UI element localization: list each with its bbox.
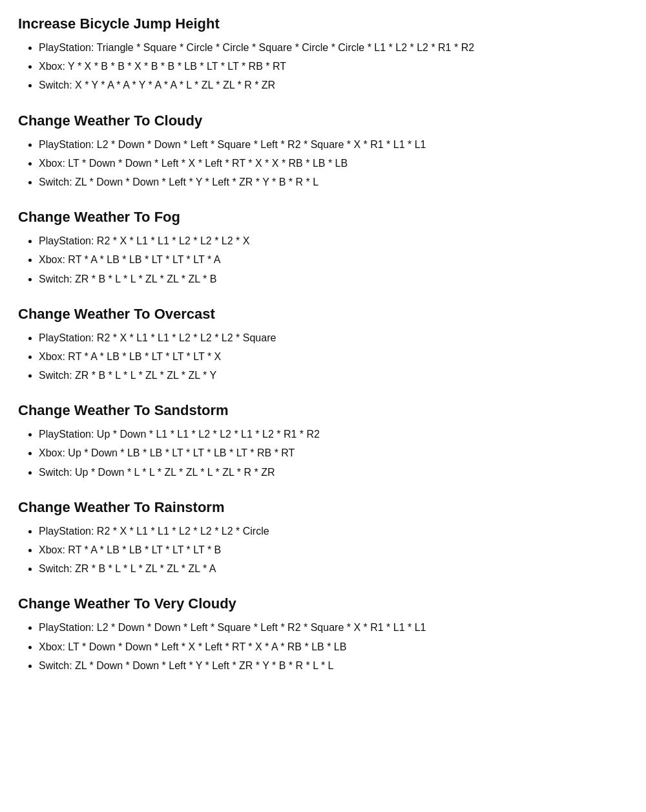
list-item: Switch: X * Y * A * A * Y * A * A * L * …	[39, 76, 628, 94]
list-item: Switch: ZR * B * L * L * ZL * ZL * ZL * …	[39, 270, 628, 288]
section-list: PlayStation: R2 * X * L1 * L1 * L2 * L2 …	[18, 522, 628, 578]
list-item: PlayStation: R2 * X * L1 * L1 * L2 * L2 …	[39, 232, 628, 250]
list-item: Xbox: RT * A * LB * LB * LT * LT * LT * …	[39, 251, 628, 268]
section-title: Change Weather To Sandstorm	[18, 402, 628, 419]
section-change-weather-to-very-cloudy: Change Weather To Very CloudyPlayStation…	[18, 595, 628, 674]
section-change-weather-to-rainstorm: Change Weather To RainstormPlayStation: …	[18, 499, 628, 578]
section-change-weather-to-fog: Change Weather To FogPlayStation: R2 * X…	[18, 209, 628, 288]
list-item: PlayStation: R2 * X * L1 * L1 * L2 * L2 …	[39, 329, 628, 347]
app-container: Increase Bicycle Jump HeightPlayStation:…	[18, 16, 628, 674]
list-item: Switch: ZL * Down * Down * Left * Y * Le…	[39, 173, 628, 191]
list-item: PlayStation: L2 * Down * Down * Left * S…	[39, 136, 628, 153]
list-item: Switch: ZR * B * L * L * ZL * ZL * ZL * …	[39, 560, 628, 577]
section-list: PlayStation: Up * Down * L1 * L1 * L2 * …	[18, 425, 628, 481]
list-item: Switch: ZL * Down * Down * Left * Y * Le…	[39, 657, 628, 674]
section-title: Change Weather To Rainstorm	[18, 499, 628, 516]
section-title: Change Weather To Cloudy	[18, 112, 628, 129]
section-increase-bicycle-jump-height: Increase Bicycle Jump HeightPlayStation:…	[18, 16, 628, 94]
list-item: Xbox: LT * Down * Down * Left * X * Left…	[39, 638, 628, 656]
list-item: Xbox: RT * A * LB * LB * LT * LT * LT * …	[39, 348, 628, 365]
section-list: PlayStation: R2 * X * L1 * L1 * L2 * L2 …	[18, 329, 628, 385]
section-title: Change Weather To Overcast	[18, 306, 628, 323]
list-item: Xbox: RT * A * LB * LB * LT * LT * LT * …	[39, 541, 628, 559]
section-title: Change Weather To Fog	[18, 209, 628, 226]
list-item: PlayStation: Up * Down * L1 * L1 * L2 * …	[39, 425, 628, 443]
section-list: PlayStation: L2 * Down * Down * Left * S…	[18, 136, 628, 191]
list-item: Xbox: Y * X * B * B * X * B * B * LB * L…	[39, 58, 628, 75]
list-item: PlayStation: Triangle * Square * Circle …	[39, 39, 628, 56]
section-title: Change Weather To Very Cloudy	[18, 595, 628, 612]
list-item: PlayStation: L2 * Down * Down * Left * S…	[39, 619, 628, 636]
list-item: Xbox: Up * Down * LB * LB * LT * LT * LB…	[39, 444, 628, 462]
section-change-weather-to-sandstorm: Change Weather To SandstormPlayStation: …	[18, 402, 628, 481]
section-change-weather-to-overcast: Change Weather To OvercastPlayStation: R…	[18, 306, 628, 385]
section-list: PlayStation: R2 * X * L1 * L1 * L2 * L2 …	[18, 232, 628, 288]
list-item: PlayStation: R2 * X * L1 * L1 * L2 * L2 …	[39, 522, 628, 540]
section-title: Increase Bicycle Jump Height	[18, 16, 628, 32]
list-item: Switch: Up * Down * L * L * ZL * ZL * L …	[39, 464, 628, 481]
list-item: Xbox: LT * Down * Down * Left * X * Left…	[39, 155, 628, 172]
section-list: PlayStation: L2 * Down * Down * Left * S…	[18, 619, 628, 674]
list-item: Switch: ZR * B * L * L * ZL * ZL * ZL * …	[39, 367, 628, 384]
section-list: PlayStation: Triangle * Square * Circle …	[18, 39, 628, 94]
section-change-weather-to-cloudy: Change Weather To CloudyPlayStation: L2 …	[18, 112, 628, 191]
